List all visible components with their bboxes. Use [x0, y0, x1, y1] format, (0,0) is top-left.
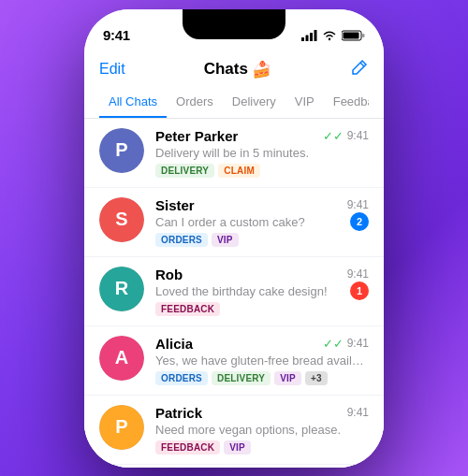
avatar: P [99, 128, 144, 173]
avatar: R [99, 267, 144, 311]
svg-rect-2 [310, 33, 313, 41]
phone-frame: 9:41 Ed [84, 9, 384, 468]
tag-orders: ORDERS [155, 371, 208, 385]
svg-rect-6 [344, 32, 359, 38]
wifi-icon [322, 30, 337, 41]
chat-item[interactable]: R Rob 9:41 Loved the birthday cake desig… [84, 257, 384, 326]
tag-feedback: FEEDBACK [155, 302, 220, 316]
chat-preview: Can I order a custom cake? [155, 215, 369, 229]
chat-name: Patrick [155, 405, 202, 421]
status-icons [301, 30, 365, 41]
tag-vip: VIP [212, 233, 239, 247]
chat-preview: Need more vegan options, please. [155, 423, 369, 437]
chat-time: 9:41 [347, 406, 369, 419]
chat-name: Alicia [155, 336, 193, 352]
svg-rect-3 [314, 30, 317, 41]
tag-claim: CLAIM [218, 164, 260, 178]
signal-icon [301, 30, 317, 41]
chat-tags: ORDERSDELIVERYVIP+3 [155, 371, 369, 385]
svg-text:P: P [115, 139, 127, 160]
chat-name: Peter Parker [155, 128, 238, 144]
chat-preview: Delivery will be in 5 minutes. [155, 146, 369, 160]
svg-rect-1 [306, 35, 309, 41]
tag-delivery: DELIVERY [155, 164, 214, 178]
status-time: 9:41 [103, 27, 130, 43]
chat-name: Rob [155, 267, 183, 282]
svg-point-4 [329, 37, 330, 39]
unread-badge: 1 [350, 281, 369, 300]
chat-time: 9:41 [347, 267, 369, 281]
tab-orders[interactable]: Orders [167, 89, 223, 118]
avatar: P [99, 405, 144, 450]
read-check: ✓✓ [323, 337, 344, 351]
unread-badge: 2 [350, 212, 369, 231]
nav-bar: Edit Chats 🍰 All Chats Orders Delivery V… [84, 50, 384, 119]
tab-feedback[interactable]: Feedback [324, 89, 369, 118]
nav-top: Edit Chats 🍰 [99, 58, 369, 81]
tag-delivery: DELIVERY [212, 371, 271, 385]
chat-header: Sister 9:41 [155, 197, 369, 213]
edit-button[interactable]: Edit [99, 61, 125, 78]
chat-header: Rob 9:41 [155, 267, 369, 282]
chat-item[interactable]: P Peter Parker ✓✓ 9:41 Delivery will be … [84, 119, 384, 188]
chat-content: Peter Parker ✓✓ 9:41 Delivery will be in… [155, 128, 369, 178]
svg-rect-0 [301, 37, 304, 41]
chat-list: P Peter Parker ✓✓ 9:41 Delivery will be … [84, 119, 384, 468]
chat-preview: Yes, we have gluten-free bread available… [155, 353, 369, 368]
avatar: S [99, 197, 144, 242]
chat-time: 9:41 [347, 198, 369, 211]
chat-name: Sister [155, 197, 195, 213]
tag-feedback: FEEDBACK [155, 440, 220, 454]
compose-button[interactable] [350, 58, 369, 81]
tag-vip: VIP [274, 371, 301, 385]
tab-all-chats[interactable]: All Chats [99, 89, 167, 118]
svg-text:P: P [115, 416, 127, 437]
chat-tags: FEEDBACKVIP [155, 440, 369, 454]
read-check: ✓✓ [323, 129, 344, 143]
chat-content: Sister 9:41 Can I order a custom cake? O… [155, 197, 369, 247]
tag-orders: ORDERS [155, 233, 208, 247]
svg-text:A: A [115, 347, 128, 368]
chat-content: Alicia ✓✓ 9:41 Yes, we have gluten-free … [155, 336, 369, 385]
svg-text:S: S [115, 209, 127, 229]
chat-header: Alicia ✓✓ 9:41 [155, 336, 369, 352]
chat-item[interactable]: A Alicia ✓✓ 9:41 Yes, we have gluten-fre… [84, 326, 384, 396]
chat-content: Rob 9:41 Loved the birthday cake design!… [155, 267, 369, 316]
chat-tags: FEEDBACK [155, 302, 369, 316]
tab-vip[interactable]: VIP [285, 89, 324, 118]
battery-icon [342, 30, 365, 41]
chat-time: ✓✓ 9:41 [323, 129, 369, 143]
chat-item[interactable]: J Jessica 9:41 Nice, got it. [84, 465, 384, 468]
page-title: Chats 🍰 [204, 60, 271, 79]
avatar: A [99, 336, 144, 381]
tab-delivery[interactable]: Delivery [223, 89, 285, 118]
chat-header: Patrick 9:41 [155, 405, 369, 421]
tag-more: +3 [305, 371, 328, 385]
chat-item[interactable]: S Sister 9:41 Can I order a custom cake?… [84, 188, 384, 257]
chat-item[interactable]: P Patrick 9:41 Need more vegan options, … [84, 396, 384, 465]
chat-tags: ORDERSVIP [155, 233, 369, 247]
tag-vip: VIP [224, 440, 251, 454]
svg-rect-7 [362, 34, 365, 37]
chat-tags: DELIVERYCLAIM [155, 164, 369, 178]
chat-header: Peter Parker ✓✓ 9:41 [155, 128, 369, 144]
svg-text:R: R [115, 278, 129, 298]
tabs-bar: All Chats Orders Delivery VIP Feedback E [99, 89, 369, 118]
status-bar: 9:41 [84, 9, 384, 50]
chat-time: ✓✓ 9:41 [323, 337, 369, 351]
chat-preview: Loved the birthday cake design! [155, 284, 369, 298]
chat-content: Patrick 9:41 Need more vegan options, pl… [155, 405, 369, 454]
notch [183, 9, 285, 39]
